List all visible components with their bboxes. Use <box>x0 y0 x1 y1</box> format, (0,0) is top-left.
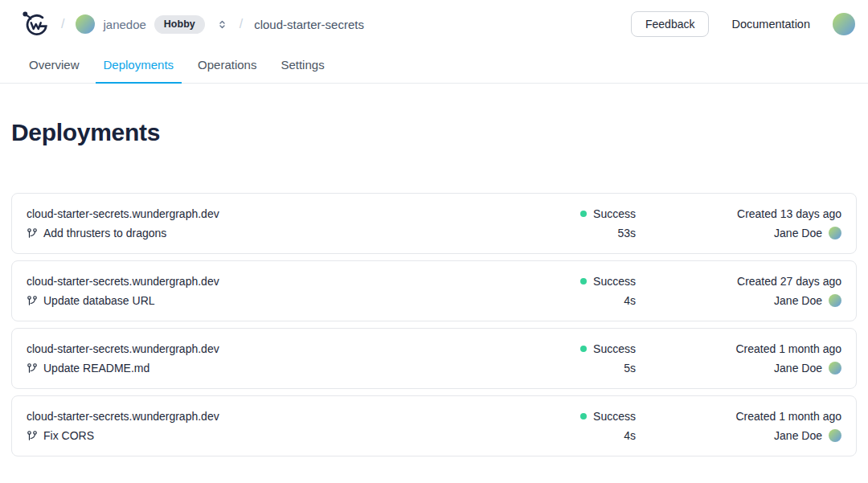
deployment-duration: 5s <box>499 358 636 378</box>
deployment-row[interactable]: cloud-starter-secrets.wundergraph.dev Ad… <box>11 193 857 254</box>
deployment-domain: cloud-starter-secrets.wundergraph.dev <box>27 339 499 358</box>
deployment-meta: Created 1 month ago Jane Doe <box>636 339 841 378</box>
deployment-meta: Created 27 days ago Jane Doe <box>636 272 841 310</box>
top-header: / janedoe Hobby / cloud-starter-secrets … <box>0 0 868 48</box>
breadcrumb-separator: / <box>240 17 243 31</box>
deployment-meta: Created 13 days ago Jane Doe <box>636 204 841 243</box>
deployment-info: cloud-starter-secrets.wundergraph.dev Up… <box>27 339 499 378</box>
author-line: Jane Doe <box>636 291 841 310</box>
deployment-duration: 4s <box>499 291 636 310</box>
author-line: Jane Doe <box>636 223 841 243</box>
org-name: janedoe <box>103 18 145 31</box>
status-dot <box>580 278 587 284</box>
deployment-domain: cloud-starter-secrets.wundergraph.dev <box>27 272 499 291</box>
deployment-status: Success 5s <box>499 339 636 378</box>
deployment-row[interactable]: cloud-starter-secrets.wundergraph.dev Up… <box>11 328 857 389</box>
deployment-meta: Created 1 month ago Jane Doe <box>636 407 841 445</box>
status-line: Success <box>499 339 636 358</box>
deployment-status: Success 4s <box>499 272 636 310</box>
deployment-row[interactable]: cloud-starter-secrets.wundergraph.dev Up… <box>11 260 857 321</box>
status-dot <box>580 211 587 217</box>
wundergraph-logo-icon[interactable] <box>19 8 50 40</box>
git-branch-icon <box>27 227 38 239</box>
plan-badge: Hobby <box>154 15 205 34</box>
deployment-commit-line: Add thrusters to dragons <box>27 223 499 243</box>
tab-bar: Overview Deployments Operations Settings <box>0 48 868 84</box>
deployment-info: cloud-starter-secrets.wundergraph.dev Up… <box>27 272 499 310</box>
author-name: Jane Doe <box>774 223 822 243</box>
deployment-created: Created 13 days ago <box>636 204 841 223</box>
deployment-commit-line: Update database URL <box>27 291 499 310</box>
status-line: Success <box>499 272 636 291</box>
deployment-duration: 53s <box>499 223 636 243</box>
deployment-row[interactable]: cloud-starter-secrets.wundergraph.dev Fi… <box>11 395 857 456</box>
status-label: Success <box>593 272 636 291</box>
org-switcher[interactable]: janedoe Hobby <box>76 14 227 34</box>
main-content: Deployments cloud-starter-secrets.wunder… <box>0 119 868 456</box>
deployment-info: cloud-starter-secrets.wundergraph.dev Fi… <box>27 407 499 445</box>
status-label: Success <box>593 339 636 358</box>
deployment-domain: cloud-starter-secrets.wundergraph.dev <box>27 204 499 223</box>
deployment-created: Created 1 month ago <box>636 407 841 426</box>
tab-deployments[interactable]: Deployments <box>96 48 182 84</box>
author-avatar <box>829 362 841 375</box>
git-branch-icon <box>27 362 38 374</box>
tab-settings[interactable]: Settings <box>272 48 332 84</box>
deployment-info: cloud-starter-secrets.wundergraph.dev Ad… <box>27 204 499 243</box>
breadcrumb: / janedoe Hobby / cloud-starter-secrets <box>19 8 364 40</box>
deployment-created: Created 27 days ago <box>636 272 841 291</box>
author-avatar <box>829 294 841 307</box>
breadcrumb-separator: / <box>61 17 64 31</box>
author-name: Jane Doe <box>774 358 822 378</box>
status-label: Success <box>593 204 636 223</box>
deployment-domain: cloud-starter-secrets.wundergraph.dev <box>27 407 499 426</box>
status-label: Success <box>593 407 636 426</box>
org-avatar <box>76 14 95 34</box>
deployment-commit-message: Update README.md <box>43 358 149 378</box>
page-title: Deployments <box>11 119 857 146</box>
author-name: Jane Doe <box>774 291 822 310</box>
deployment-status: Success 53s <box>499 204 636 243</box>
deployment-commit-line: Update README.md <box>27 358 499 378</box>
deployment-status: Success 4s <box>499 407 636 445</box>
deployment-commit-message: Add thrusters to dragons <box>43 223 166 243</box>
deployment-list: cloud-starter-secrets.wundergraph.dev Ad… <box>11 193 857 456</box>
git-branch-icon <box>27 430 38 441</box>
user-avatar[interactable] <box>833 13 855 35</box>
header-actions: Feedback Documentation <box>631 11 855 37</box>
status-dot <box>580 346 587 352</box>
feedback-button[interactable]: Feedback <box>631 11 709 37</box>
author-avatar <box>829 429 841 442</box>
deployment-duration: 4s <box>499 426 636 445</box>
documentation-link[interactable]: Documentation <box>731 18 810 31</box>
chevron-up-down-icon[interactable] <box>216 18 228 31</box>
tab-operations[interactable]: Operations <box>190 48 264 84</box>
author-line: Jane Doe <box>636 426 841 445</box>
author-name: Jane Doe <box>774 426 822 445</box>
status-dot <box>580 413 587 420</box>
status-line: Success <box>499 204 636 223</box>
deployment-commit-message: Fix CORS <box>43 426 94 445</box>
status-line: Success <box>499 407 636 426</box>
author-avatar <box>829 227 841 239</box>
breadcrumb-project[interactable]: cloud-starter-secrets <box>254 18 364 31</box>
tab-overview[interactable]: Overview <box>21 48 88 84</box>
git-branch-icon <box>27 295 38 306</box>
author-line: Jane Doe <box>636 358 841 378</box>
deployment-commit-message: Update database URL <box>43 291 155 310</box>
deployment-created: Created 1 month ago <box>636 339 841 358</box>
deployment-commit-line: Fix CORS <box>27 426 499 445</box>
